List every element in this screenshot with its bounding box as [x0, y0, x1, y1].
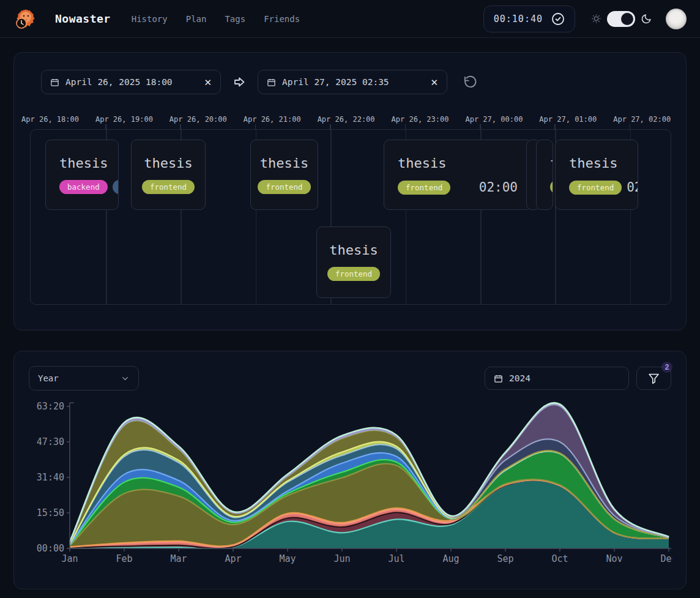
reset-range-button[interactable]	[463, 75, 477, 89]
timeline-column-label: Apr 26, 22:00	[318, 115, 375, 124]
session-title: thesis	[144, 155, 192, 171]
timeline-box: thesisbackenddatabasethesisfrontendthesi…	[30, 129, 671, 305]
x-tick-label: May	[279, 553, 296, 564]
session-tag-row: frontend	[327, 267, 380, 281]
nav-links: HistoryPlanTagsFriends	[132, 14, 300, 24]
check-circle-icon[interactable]	[551, 12, 565, 26]
timeline-column-label: Apr 27, 01:00	[539, 115, 597, 124]
session-card[interactable]: thesisfrontend	[131, 140, 206, 210]
timeline-hour-tick	[554, 124, 556, 129]
session-card[interactable]: thesisfrontend02:35	[555, 140, 638, 210]
year-picker[interactable]: 2024	[485, 367, 629, 390]
x-tick-label: Jul	[388, 553, 404, 564]
y-tick-label: 47:30	[37, 436, 64, 447]
timeline-hour-tick	[630, 124, 631, 129]
toggle-knob	[621, 13, 633, 25]
filter-button[interactable]: 2	[636, 367, 671, 390]
session-tag-row: backenddatabase	[59, 180, 119, 194]
tag-pill-frontend: frontend	[327, 267, 380, 281]
session-tag-row: frontend	[550, 180, 553, 194]
timeline-column-label: Apr 26, 23:00	[392, 115, 449, 124]
session-card[interactable]: thesisfrontend	[536, 140, 553, 210]
y-tick-label: 63:20	[37, 401, 64, 412]
tag-pill-database: database	[113, 180, 119, 194]
session-title: thesis	[398, 155, 446, 171]
session-card[interactable]: thesisbackenddatabase	[45, 140, 119, 210]
sun-icon	[591, 13, 601, 24]
tag-pill-frontend: frontend	[550, 180, 553, 194]
x-tick-label: Jan	[61, 553, 78, 564]
y-tick-label: 31:40	[37, 472, 64, 483]
timeline-column-label: Apr 26, 19:00	[95, 115, 153, 124]
group-by-select[interactable]: Year	[29, 366, 139, 391]
calendar-icon	[267, 78, 276, 87]
stats-panel: Year 2024 2	[13, 351, 687, 589]
range-end-picker[interactable]: April 27, 2025 02:35 ✕	[258, 70, 447, 94]
timeline-hour-tick	[405, 124, 406, 129]
nav-link-friends[interactable]: Friends	[264, 14, 300, 24]
x-tick-label: Sep	[497, 553, 513, 564]
timeline-column-label: Apr 27, 02:00	[613, 115, 671, 124]
timeline-ticks	[30, 124, 671, 129]
theme-toggle[interactable]	[607, 11, 635, 27]
session-tag-row: frontend02:00	[398, 180, 518, 195]
tag-pill-backend: backend	[59, 180, 108, 194]
nav-link-history[interactable]: History	[132, 14, 168, 24]
stats-chart: 00:0015:5031:4047:3063:20JanFebMarAprMay…	[29, 398, 672, 583]
session-card[interactable]: thesisfrontend	[250, 140, 318, 210]
x-tick-label: Apr	[225, 553, 241, 564]
x-tick-label: Dec	[660, 553, 672, 564]
avatar[interactable]	[666, 9, 687, 29]
app-logo-icon	[13, 7, 37, 31]
calendar-icon	[50, 78, 59, 87]
timeline-headers: Apr 26, 18:00Apr 26, 19:00Apr 26, 20:00A…	[30, 115, 671, 124]
timeline-hour-tick	[180, 124, 181, 129]
timeline-hour-tick	[480, 124, 481, 129]
clear-start-button[interactable]: ✕	[204, 78, 212, 87]
timer-pill[interactable]: 00:10:40	[483, 6, 575, 32]
x-tick-label: Aug	[442, 553, 459, 564]
session-tag-row: frontend	[258, 180, 310, 194]
calendar-icon	[494, 374, 503, 383]
session-title: thesis	[329, 242, 378, 258]
timeline-column-label: Apr 26, 20:00	[169, 115, 227, 124]
arrow-right-icon	[232, 75, 247, 89]
timeline-hour-tick	[255, 124, 256, 129]
range-start-value: April 26, 2025 18:00	[65, 77, 173, 87]
session-card[interactable]: thesisfrontend02:00	[384, 140, 532, 210]
timeline-column-label: Apr 27, 00:00	[465, 115, 523, 124]
timeline: Apr 26, 18:00Apr 26, 19:00Apr 26, 20:00A…	[30, 115, 671, 305]
range-end-value: April 27, 2025 02:35	[282, 77, 389, 87]
brand[interactable]: Nowaster	[55, 12, 111, 25]
session-tag-row: frontend	[142, 180, 195, 194]
range-start-picker[interactable]: April 26, 2025 18:00 ✕	[41, 70, 221, 94]
timeline-column-label: Apr 26, 18:00	[21, 115, 79, 124]
funnel-icon	[647, 372, 660, 385]
filter-count-badge: 2	[661, 362, 672, 373]
sessions-panel: April 26, 2025 18:00 ✕ April 27, 2025 02…	[13, 52, 687, 331]
timeline-hour-tick	[330, 124, 331, 129]
session-duration: 02:00	[479, 180, 518, 195]
date-range-row: April 26, 2025 18:00 ✕ April 27, 2025 02…	[29, 70, 671, 94]
session-card[interactable]: thesisfrontend	[316, 226, 391, 298]
nav-link-plan[interactable]: Plan	[186, 14, 207, 24]
chevron-down-icon	[121, 374, 130, 383]
brand-name: Nowaster	[55, 12, 111, 25]
session-title: thesis	[550, 155, 553, 171]
clear-end-button[interactable]: ✕	[430, 78, 438, 87]
timeline-column-label: Apr 26, 21:00	[244, 115, 301, 124]
session-title: thesis	[260, 155, 308, 171]
year-value: 2024	[509, 373, 531, 383]
y-tick-label: 00:00	[37, 543, 64, 554]
timeline-hour-tick	[105, 124, 106, 129]
x-tick-label: Nov	[606, 553, 622, 564]
tag-pill-frontend: frontend	[398, 181, 450, 195]
moon-icon	[641, 13, 652, 24]
nav-link-tags[interactable]: Tags	[225, 14, 245, 24]
timer-value: 00:10:40	[494, 13, 543, 24]
group-by-value: Year	[38, 373, 59, 383]
x-tick-label: Mar	[170, 553, 187, 564]
x-tick-label: Jun	[333, 553, 350, 564]
tag-pill-frontend: frontend	[258, 180, 310, 194]
session-title: thesis	[569, 155, 617, 171]
